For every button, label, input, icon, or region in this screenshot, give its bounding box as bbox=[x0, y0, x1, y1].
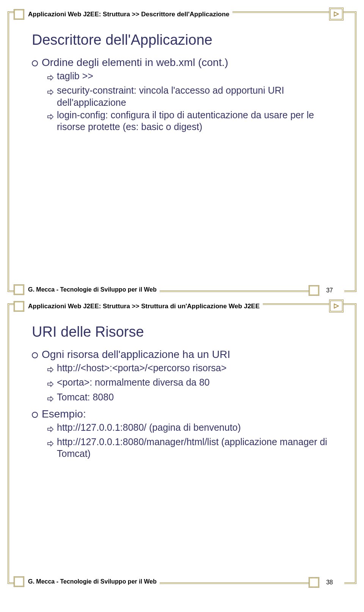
svg-marker-1 bbox=[334, 304, 338, 308]
sub-bullet-text: <porta>: normalmente diversa da 80 bbox=[57, 377, 210, 388]
circle-bullet-icon bbox=[32, 352, 38, 358]
breadcrumb-ornament bbox=[14, 301, 24, 312]
bullet-text: Esempio: bbox=[42, 408, 86, 420]
sub-bullet-text: login-config: configura il tipo di auten… bbox=[57, 109, 340, 133]
sub-bullet-text: http://127.0.0.1:8080/manager/html/list … bbox=[57, 436, 340, 460]
slide-37: Applicazioni Web J2EE: Struttura >> Desc… bbox=[8, 11, 356, 292]
circle-bullet-icon bbox=[32, 60, 38, 66]
bullet-level1: Esempio: bbox=[32, 408, 340, 420]
breadcrumb-text: Applicazioni Web J2EE: Struttura >> Desc… bbox=[22, 10, 232, 19]
slide-title: URI delle Risorse bbox=[32, 324, 355, 340]
bullet-level2: http://127.0.0.1:8080/manager/html/list … bbox=[47, 436, 340, 460]
slide-footer: G. Mecca - Tecnologie di Sviluppo per il… bbox=[9, 576, 355, 587]
arrow-right-icon bbox=[47, 438, 54, 450]
slide-38: Applicazioni Web J2EE: Struttura >> Stru… bbox=[8, 303, 356, 584]
slide-content: Ordine degli elementi in web.xml (cont.)… bbox=[32, 56, 340, 133]
sub-bullet-text: Tomcat: 8080 bbox=[57, 391, 114, 403]
sub-bullet-text: taglib >> bbox=[57, 70, 93, 82]
footer-ornament bbox=[14, 284, 24, 295]
breadcrumb-text: Applicazioni Web J2EE: Struttura >> Stru… bbox=[22, 302, 263, 311]
bullet-level2: login-config: configura il tipo di auten… bbox=[47, 109, 340, 133]
arrow-right-icon bbox=[47, 393, 54, 405]
bullet-level2: http://127.0.0.1:8080/ (pagina di benven… bbox=[47, 422, 340, 435]
bullet-level2: security-constraint: vincola l'accesso a… bbox=[47, 85, 340, 108]
arrow-right-icon bbox=[47, 111, 54, 123]
breadcrumb-ornament bbox=[14, 9, 24, 20]
play-icon bbox=[334, 11, 339, 17]
slide-footer: G. Mecca - Tecnologie di Sviluppo per il… bbox=[9, 284, 355, 295]
arrow-right-icon bbox=[47, 72, 54, 84]
page-ornament bbox=[309, 577, 319, 588]
bullet-level2: http://<host>:<porta>/<percorso risorsa> bbox=[47, 362, 340, 376]
page-number: 38 bbox=[317, 578, 344, 587]
breadcrumb: Applicazioni Web J2EE: Struttura >> Desc… bbox=[14, 9, 355, 20]
bullet-text: Ordine degli elementi in web.xml (cont.) bbox=[42, 56, 228, 69]
next-slide-button[interactable] bbox=[329, 8, 344, 20]
arrow-right-icon bbox=[47, 378, 54, 390]
page-number: 37 bbox=[317, 286, 344, 295]
circle-bullet-icon bbox=[32, 412, 38, 418]
arrow-right-icon bbox=[47, 364, 54, 376]
sub-bullet-text: http://127.0.0.1:8080/ (pagina di benven… bbox=[57, 422, 241, 433]
breadcrumb: Applicazioni Web J2EE: Struttura >> Stru… bbox=[14, 301, 355, 312]
footer-ornament bbox=[14, 576, 24, 587]
sub-bullet-text: security-constraint: vincola l'accesso a… bbox=[57, 85, 340, 108]
svg-marker-0 bbox=[334, 12, 338, 16]
bullet-level1: Ordine degli elementi in web.xml (cont.) bbox=[32, 56, 340, 69]
footer-author: G. Mecca - Tecnologie di Sviluppo per il… bbox=[22, 286, 160, 294]
bullet-level1: Ogni risorsa dell'applicazione ha un URI bbox=[32, 348, 340, 361]
slide-title: Descrittore dell'Applicazione bbox=[32, 32, 355, 48]
arrow-right-icon bbox=[47, 424, 54, 435]
bullet-level2: taglib >> bbox=[47, 70, 340, 84]
bullet-level2: <porta>: normalmente diversa da 80 bbox=[47, 377, 340, 390]
play-icon bbox=[334, 303, 339, 309]
footer-author: G. Mecca - Tecnologie di Sviluppo per il… bbox=[22, 577, 160, 586]
page-ornament bbox=[309, 285, 319, 296]
slide-content: Ogni risorsa dell'applicazione ha un URI… bbox=[32, 348, 340, 460]
sub-bullet-text: http://<host>:<porta>/<percorso risorsa> bbox=[57, 362, 227, 374]
bullet-text: Ogni risorsa dell'applicazione ha un URI bbox=[42, 348, 230, 361]
arrow-right-icon bbox=[47, 86, 54, 98]
bullet-level2: Tomcat: 8080 bbox=[47, 391, 340, 405]
next-slide-button[interactable] bbox=[329, 300, 344, 312]
